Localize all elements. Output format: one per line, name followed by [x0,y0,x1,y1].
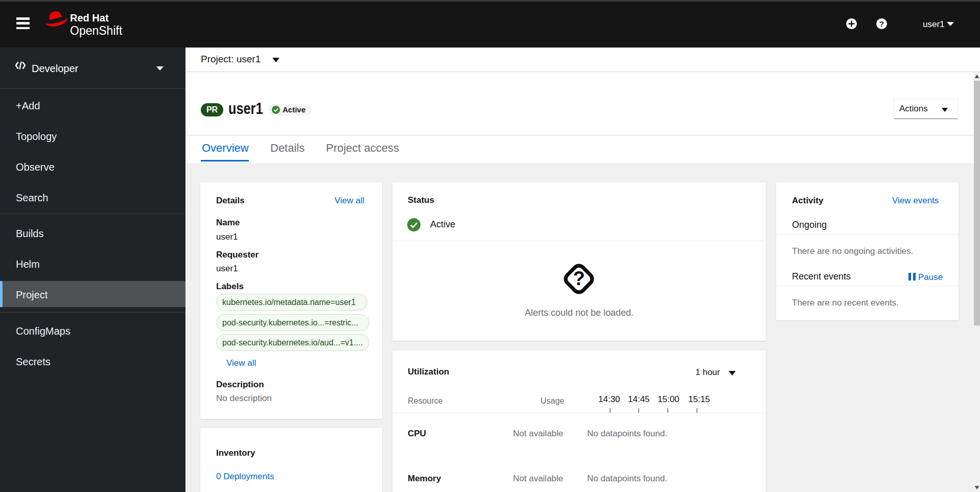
svg-text:?: ? [573,268,585,289]
svg-text:?: ? [879,19,884,28]
